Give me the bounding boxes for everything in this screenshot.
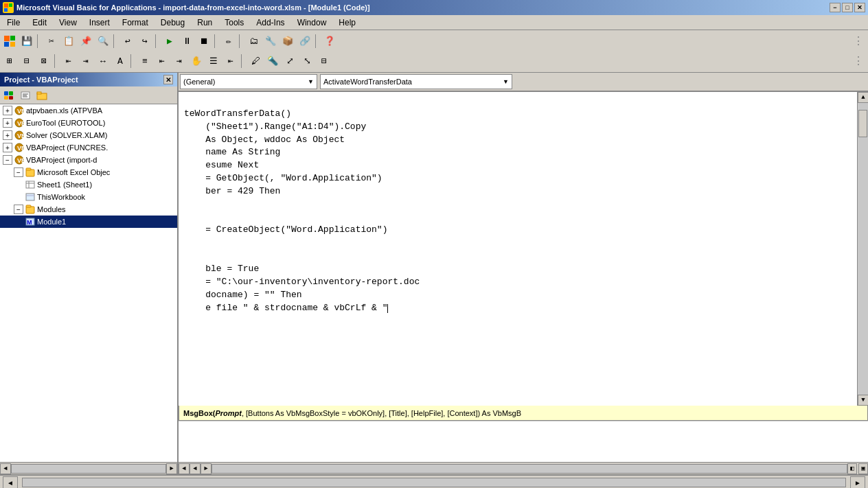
menu-run[interactable]: Run	[192, 16, 218, 30]
tb2-17[interactable]: ⤡	[299, 54, 315, 69]
project-tree[interactable]: + VB atpvbaen.xls (ATPVBA + VB EuroTool …	[0, 104, 177, 462]
tb-vba-icon[interactable]	[1, 34, 18, 49]
tb-redo-icon[interactable]: ↪	[137, 34, 153, 49]
code-hscroll-btn-left1[interactable]: ◄	[179, 463, 190, 474]
expander-funcres[interactable]: +	[3, 143, 12, 152]
tb2-4[interactable]: ⇤	[60, 54, 77, 69]
dropdown-proc[interactable]: ActivateWordTransferData ▼	[320, 74, 512, 89]
code-footer	[179, 421, 868, 462]
minimize-button[interactable]: −	[830, 3, 841, 12]
menu-format[interactable]: Format	[117, 16, 154, 30]
tb-cut-icon[interactable]: ✂	[43, 34, 60, 49]
tb-undo-icon[interactable]: ↩	[119, 34, 136, 49]
tb2-1[interactable]: ⊞	[1, 54, 18, 69]
menu-insert[interactable]: Insert	[84, 16, 115, 30]
menu-tools[interactable]: Tools	[219, 16, 249, 30]
close-button[interactable]: ✕	[854, 3, 865, 12]
tree-importdata[interactable]: − VB VBAProject (import-d	[0, 154, 177, 166]
project-panel-close[interactable]: ✕	[163, 75, 173, 84]
restore-button[interactable]: □	[842, 3, 853, 12]
label-funcres: VBAProject (FUNCRES.	[26, 143, 108, 152]
tb-help-icon[interactable]: ❓	[321, 34, 338, 49]
tb2-11[interactable]: ✋	[188, 54, 205, 69]
icon-importdata: VB	[14, 154, 25, 165]
code-hscroll-track[interactable]	[212, 464, 847, 474]
proj-toggle-folders[interactable]	[34, 89, 49, 102]
tb2-18[interactable]: ⊟	[316, 54, 332, 69]
tb2-16[interactable]: ⤢	[282, 54, 298, 69]
view-btn-1[interactable]: ◧	[847, 463, 857, 474]
vscroll-down[interactable]: ▼	[858, 395, 868, 406]
tb2-3[interactable]: ⊠	[36, 54, 52, 69]
tb-pause-icon[interactable]: ⏸	[179, 34, 195, 49]
tree-module1[interactable]: M Module1	[0, 216, 177, 228]
tree-sheet1[interactable]: Sheet1 (Sheet1)	[0, 178, 177, 191]
tb2-5[interactable]: ⇥	[78, 54, 94, 69]
tb2-8[interactable]: ≡	[137, 54, 153, 69]
tb-obj-icon[interactable]: 📦	[279, 34, 296, 49]
code-content[interactable]: teWordTransferData() ("Sheet1").Range("A…	[179, 92, 857, 406]
expander-modules[interactable]: −	[14, 205, 23, 214]
menu-edit[interactable]: Edit	[27, 16, 52, 30]
code-vscrollbar[interactable]: ▲ ▼	[857, 92, 868, 406]
proj-hscroll-track[interactable]	[11, 464, 166, 474]
tb-prop-icon[interactable]: 🔧	[262, 34, 279, 49]
code-area[interactable]: teWordTransferData() ("Sheet1").Range("A…	[179, 92, 868, 406]
menu-help[interactable]: Help	[333, 16, 361, 30]
menu-addins[interactable]: Add-Ins	[251, 16, 290, 30]
expander-atpvbaen[interactable]: +	[3, 106, 12, 115]
tb-design-icon[interactable]: ✏	[220, 34, 237, 49]
vscroll-up[interactable]: ▲	[858, 92, 868, 103]
proj-hscroll-right[interactable]: ►	[166, 463, 177, 474]
tb2-15[interactable]: 🔦	[264, 54, 281, 69]
tree-atpvbaen[interactable]: + VB atpvbaen.xls (ATPVBA	[0, 104, 177, 117]
sep1	[37, 34, 41, 48]
menu-view[interactable]: View	[54, 16, 82, 30]
expander-msexcelobj[interactable]: −	[14, 167, 23, 177]
tb-copy-icon[interactable]: 📋	[60, 34, 77, 49]
tree-msexcelobj[interactable]: − Microsoft Excel Objec	[0, 166, 177, 178]
proj-view-code[interactable]	[18, 89, 33, 102]
tb-run-icon[interactable]: ▶	[161, 34, 178, 49]
tb-ref-icon[interactable]: 🔗	[297, 34, 313, 49]
view-btn-2[interactable]: ▣	[858, 463, 868, 474]
tb-projex-icon[interactable]: 🗂	[245, 34, 262, 49]
tb-save-icon[interactable]: 💾	[19, 34, 35, 49]
status-scroll-right[interactable]: ►	[850, 476, 865, 488]
tree-solver[interactable]: + VB Solver (SOLVER.XLAM)	[0, 129, 177, 141]
menu-window[interactable]: Window	[292, 16, 332, 30]
proj-view-obj[interactable]	[1, 89, 16, 102]
icon-solver: VB	[14, 130, 25, 141]
expander-importdata[interactable]: −	[3, 155, 12, 165]
menu-debug[interactable]: Debug	[155, 16, 190, 30]
expander-solver[interactable]: +	[3, 130, 12, 140]
tb-stop-icon[interactable]: ⏹	[196, 34, 212, 49]
tb2-6[interactable]: ↔	[95, 54, 111, 69]
tree-thisworkbook[interactable]: ThisWorkbook	[0, 191, 177, 203]
tb2-13[interactable]: ⇤	[222, 54, 239, 69]
tb-find-icon[interactable]: 🔍	[95, 34, 111, 49]
code-hscroll-btn-left2[interactable]: ◄	[190, 463, 201, 474]
status-scrollbar-track[interactable]	[22, 478, 846, 487]
tree-funcres[interactable]: + VB VBAProject (FUNCRES.	[0, 141, 177, 154]
tb2-9[interactable]: ⇤	[154, 54, 170, 69]
project-hscroll[interactable]: ◄ ►	[0, 462, 177, 474]
title-bar-buttons[interactable]: − □ ✕	[830, 3, 865, 12]
code-hscroll-btn-right1[interactable]: ►	[201, 463, 212, 474]
tb2-12[interactable]: ☰	[205, 54, 222, 69]
tb2-10[interactable]: ⇥	[171, 54, 187, 69]
dropdown-general[interactable]: (General) ▼	[180, 74, 317, 89]
tb2-2[interactable]: ⊟	[19, 54, 35, 69]
tb2-7[interactable]: A	[112, 54, 128, 69]
status-scroll-left[interactable]: ◄	[3, 476, 18, 488]
tree-eurotool[interactable]: + VB EuroTool (EUROTOOL)	[0, 117, 177, 129]
menu-file[interactable]: File	[1, 16, 25, 30]
proj-hscroll-left[interactable]: ◄	[0, 463, 11, 474]
code-hscroll[interactable]: ◄ ◄ ► ◧ ▣	[179, 462, 868, 474]
expander-eurotool[interactable]: +	[3, 118, 12, 128]
tree-modules[interactable]: − Modules	[0, 203, 177, 216]
tb2-14[interactable]: 🖊	[247, 54, 264, 69]
vscroll-thumb[interactable]	[858, 110, 867, 137]
vscroll-track[interactable]	[858, 103, 868, 395]
tb-paste-icon[interactable]: 📌	[78, 34, 94, 49]
